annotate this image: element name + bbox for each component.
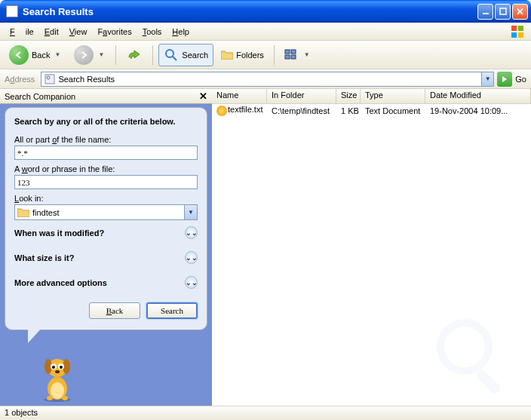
- col-size[interactable]: Size: [336, 89, 361, 103]
- search-form-button[interactable]: Search: [146, 302, 198, 319]
- cell-type: Text Document: [361, 106, 425, 115]
- when-modified-expander[interactable]: When was it modified? ⌄⌄: [14, 220, 198, 245]
- address-input[interactable]: Search Results ▼: [41, 72, 494, 87]
- views-dropdown[interactable]: ▼: [302, 51, 312, 58]
- menu-favorites[interactable]: Favorites: [92, 25, 137, 38]
- maximize-button[interactable]: [495, 4, 511, 20]
- search-form: Search by any or all of the criteria bel…: [5, 107, 207, 330]
- col-name[interactable]: Name: [212, 89, 267, 103]
- folders-button[interactable]: Folders: [216, 44, 269, 66]
- companion-close-button[interactable]: ✕: [199, 90, 207, 102]
- lookin-dropdown[interactable]: ▼: [184, 205, 197, 219]
- folder-icon: [17, 207, 29, 217]
- search-companion-pane: Search Companion ✕ Search by any or all …: [0, 89, 212, 406]
- filename-input[interactable]: [14, 146, 198, 160]
- forward-dropdown[interactable]: ▼: [97, 51, 106, 58]
- svg-point-25: [47, 396, 53, 400]
- address-dropdown[interactable]: ▼: [481, 72, 493, 86]
- svg-point-16: [51, 382, 64, 399]
- svg-point-24: [55, 370, 60, 373]
- more-options-label: More advanced options: [14, 278, 107, 287]
- menubar: File Edit View Favorites Tools Help: [0, 23, 531, 41]
- menu-view[interactable]: View: [64, 25, 93, 38]
- status-text: 1 objects: [5, 408, 38, 417]
- svg-line-7: [173, 57, 176, 60]
- svg-rect-1: [500, 8, 506, 14]
- col-folder[interactable]: In Folder: [267, 89, 336, 103]
- magnifier-watermark: [433, 315, 516, 398]
- back-form-button[interactable]: Back: [89, 302, 140, 319]
- col-type[interactable]: Type: [361, 89, 425, 103]
- what-size-expander[interactable]: What size is it? ⌄⌄: [14, 245, 198, 270]
- col-date[interactable]: Date Modified: [425, 89, 531, 103]
- search-heading: Search by any or all of the criteria bel…: [14, 117, 198, 126]
- back-icon: [9, 45, 29, 65]
- when-modified-label: When was it modified?: [14, 228, 104, 238]
- statusbar: 1 objects: [0, 406, 531, 420]
- lookin-select[interactable]: findtest ▼: [14, 204, 198, 220]
- svg-rect-0: [483, 13, 489, 14]
- up-button[interactable]: [121, 44, 147, 66]
- svg-point-26: [62, 396, 68, 400]
- titlebar: Search Results ✕: [0, 0, 531, 23]
- svg-rect-11: [291, 55, 296, 59]
- svg-point-6: [166, 50, 173, 57]
- svg-rect-4: [511, 32, 517, 38]
- back-label: Back: [32, 51, 50, 60]
- search-icon: [164, 48, 179, 63]
- phrase-input[interactable]: [14, 175, 198, 189]
- addressbar: Address Search Results ▼ Go: [0, 69, 531, 89]
- back-dropdown[interactable]: ▼: [53, 51, 62, 58]
- svg-rect-9: [291, 50, 296, 54]
- menu-edit[interactable]: Edit: [39, 25, 64, 38]
- views-icon: [284, 49, 299, 61]
- cell-date: 19-Nov-2004 10:09...: [425, 106, 531, 115]
- svg-point-27: [440, 323, 489, 371]
- svg-rect-10: [285, 55, 290, 59]
- chevron-down-icon: ⌄⌄: [185, 251, 198, 264]
- svg-rect-5: [518, 32, 523, 38]
- what-size-label: What size is it?: [14, 253, 74, 262]
- results-pane: Name In Folder Size Type Date Modified t…: [212, 89, 531, 406]
- svg-rect-28: [474, 368, 502, 396]
- cell-size: 1 KB: [336, 106, 361, 115]
- go-button[interactable]: [497, 72, 512, 87]
- app-icon: [6, 5, 18, 17]
- menu-tools[interactable]: Tools: [137, 25, 167, 38]
- address-label: Address: [5, 75, 38, 84]
- views-button[interactable]: ▼: [280, 44, 316, 66]
- svg-rect-12: [45, 75, 54, 84]
- forward-button[interactable]: ▼: [69, 44, 110, 66]
- search-button[interactable]: Search: [158, 44, 213, 66]
- address-icon: [45, 74, 55, 84]
- address-value: Search Results: [58, 75, 115, 84]
- companion-title: Search Companion: [5, 92, 199, 101]
- minimize-button[interactable]: [477, 4, 493, 20]
- filename-label: All or part of the file name:: [14, 135, 198, 144]
- svg-rect-8: [285, 50, 290, 54]
- folders-label: Folders: [236, 51, 264, 60]
- svg-point-23: [60, 366, 63, 369]
- lookin-value: findtest: [32, 208, 59, 217]
- menu-file[interactable]: File: [5, 25, 39, 38]
- file-icon: [216, 106, 227, 116]
- more-options-expander[interactable]: More advanced options ⌄⌄: [14, 270, 198, 295]
- menu-help[interactable]: Help: [167, 25, 195, 38]
- chevron-down-icon: ⌄⌄: [185, 226, 198, 239]
- toolbar: Back ▼ ▼ Search Folders ▼: [0, 41, 531, 69]
- window-title: Search Results: [21, 6, 477, 17]
- close-button[interactable]: ✕: [512, 4, 528, 20]
- result-row[interactable]: textfile.txt C:\temp\findtest 1 KB Text …: [212, 104, 531, 117]
- go-label: Go: [515, 75, 526, 84]
- up-icon: [126, 47, 143, 63]
- cell-folder: C:\temp\findtest: [267, 106, 336, 115]
- windows-flag-icon: [507, 24, 528, 39]
- lookin-label: Look in:: [14, 194, 198, 203]
- cell-name: textfile.txt: [228, 105, 262, 114]
- chevron-down-icon: ⌄⌄: [185, 276, 198, 289]
- back-button[interactable]: Back ▼: [5, 44, 66, 66]
- search-label: Search: [182, 51, 208, 60]
- phrase-label: A word or phrase in the file:: [14, 164, 198, 173]
- column-headers: Name In Folder Size Type Date Modified: [212, 89, 531, 104]
- svg-rect-2: [511, 26, 517, 31]
